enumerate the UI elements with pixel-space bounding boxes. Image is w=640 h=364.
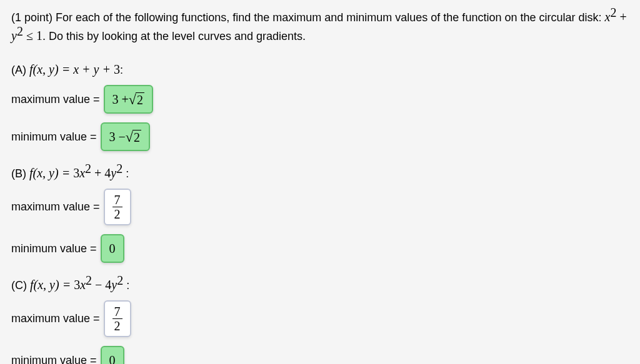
part-c-coef1: 3 — [74, 278, 80, 292]
part-a-max-row: maximum value = 3 + √2 — [11, 85, 629, 114]
part-b-min-val: 0 — [109, 239, 116, 258]
part-c-max-num: 7 — [112, 305, 122, 318]
part-c-exp1: 2 — [86, 273, 92, 287]
part-a-min-label: minimum value = — [11, 129, 97, 145]
part-a-const: 3 — [114, 62, 120, 76]
part-b-colon: : — [122, 167, 129, 180]
part-c-exp2: 2 — [117, 273, 123, 287]
part-c-op: − — [92, 278, 105, 292]
part-c-max-label: maximum value = — [11, 310, 100, 327]
part-a-prefix: (A) — [11, 64, 29, 76]
part-c-max-row: maximum value = 7 2 — [11, 300, 629, 337]
part-b-exp2: 2 — [116, 162, 122, 175]
part-c-var2: y — [111, 278, 117, 292]
part-c-prefix: (C) — [11, 279, 30, 292]
part-b: (B) f(x, y) = 3x2 + 4y2 : maximum value … — [11, 164, 629, 263]
constraint-y-exp: 2 — [17, 24, 23, 38]
part-a-min-prefix: 3 − — [109, 127, 126, 146]
fraction-icon: 7 2 — [112, 305, 122, 332]
part-a-colon: : — [120, 64, 123, 76]
part-b-prefix: (B) — [11, 167, 29, 180]
constraint-y: y — [11, 29, 17, 42]
part-c-function: (C) f(x, y) = 3x2 − 4y2 : — [11, 275, 629, 294]
part-b-min-label: minimum value = — [11, 240, 97, 257]
part-a-min-row: minimum value = 3 − √2 — [11, 122, 629, 151]
part-c: (C) f(x, y) = 3x2 − 4y2 : maximum value … — [11, 275, 629, 364]
part-c-max-answer[interactable]: 7 2 — [104, 300, 131, 337]
sqrt-icon: √2 — [129, 92, 144, 107]
part-a-function: (A) f(x, y) = x + y + 3: — [11, 60, 629, 79]
constraint-plus: + — [616, 10, 626, 24]
constraint-x-exp: 2 — [610, 6, 616, 19]
part-c-coef2: 4 — [105, 278, 111, 292]
part-b-exp1: 2 — [85, 162, 91, 175]
constraint-rhs: 1 — [36, 29, 42, 42]
part-b-max-label: maximum value = — [11, 199, 100, 215]
intro-text-2: . Do this by looking at the level curves… — [42, 30, 306, 42]
points-badge: (1 point) — [11, 11, 52, 24]
part-a-max-sqrt-arg: 2 — [136, 92, 144, 107]
part-a-max-answer[interactable]: 3 + √2 — [104, 85, 153, 114]
part-a-min-sqrt-arg: 2 — [132, 130, 141, 144]
part-c-colon: : — [123, 279, 129, 292]
part-b-max-num: 7 — [112, 194, 122, 207]
part-c-min-answer[interactable]: 0 — [101, 346, 124, 364]
constraint-op: ≤ — [23, 29, 36, 42]
part-a-max-prefix: 3 + — [112, 90, 129, 109]
part-c-var1: x — [80, 278, 86, 292]
part-c-min-row: minimum value = 0 — [11, 346, 629, 364]
part-b-coef1: 3 — [73, 166, 79, 180]
problem-intro: (1 point) For each of the following func… — [11, 7, 629, 45]
part-b-max-answer[interactable]: 7 2 — [104, 189, 131, 225]
sqrt-icon: √2 — [126, 130, 141, 144]
part-c-min-label: minimum value = — [11, 352, 97, 365]
part-b-max-row: maximum value = 7 2 — [11, 189, 629, 225]
part-b-var2: y — [111, 166, 116, 180]
part-a: (A) f(x, y) = x + y + 3: maximum value =… — [11, 60, 629, 151]
part-b-var1: x — [79, 166, 85, 180]
part-c-min-val: 0 — [109, 351, 116, 364]
intro-text-1: For each of the following functions, fin… — [56, 11, 601, 24]
part-b-args-pre: (x, y) = — [33, 166, 74, 180]
part-b-coef2: 4 — [104, 166, 111, 180]
part-c-max-den: 2 — [112, 318, 122, 332]
part-b-min-answer[interactable]: 0 — [101, 234, 124, 263]
part-a-min-answer[interactable]: 3 − √2 — [101, 122, 150, 151]
part-b-max-den: 2 — [112, 207, 122, 220]
part-b-function: (B) f(x, y) = 3x2 + 4y2 : — [11, 164, 629, 182]
part-a-max-label: maximum value = — [11, 91, 100, 108]
part-c-args-pre: (x, y) = — [34, 278, 74, 292]
fraction-icon: 7 2 — [112, 194, 122, 220]
part-b-min-row: minimum value = 0 — [11, 234, 629, 263]
part-a-args: (x, y) = x + y + — [33, 62, 114, 76]
part-b-op: + — [91, 166, 104, 180]
